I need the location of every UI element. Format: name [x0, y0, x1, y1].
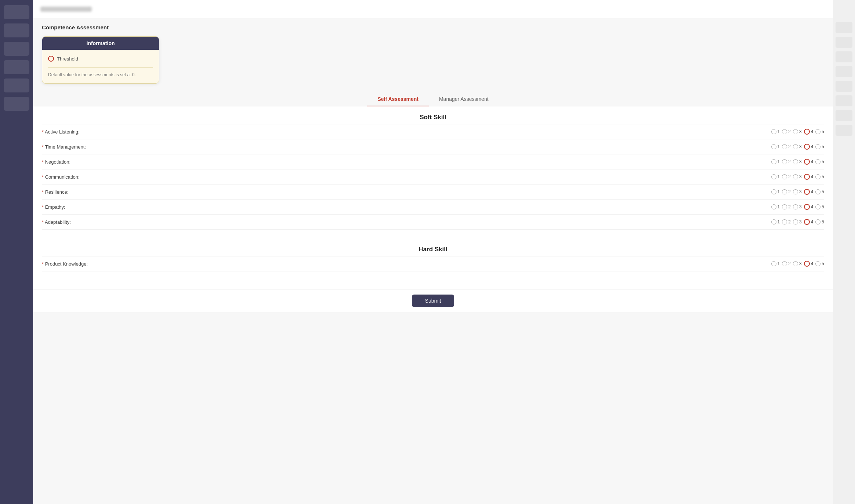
radio-4[interactable]: 4 [804, 159, 814, 165]
sidebar-item-4 [4, 60, 29, 74]
sidebar-item-3 [4, 42, 29, 56]
radio-group-time-management: 1 2 3 4 5 [771, 144, 824, 150]
radio-3[interactable]: 3 [793, 219, 802, 224]
radio-circle-5 [815, 219, 820, 224]
radio-circle-1 [771, 204, 776, 209]
hard-skill-title: Hard Skill [42, 238, 824, 256]
soft-skill-title: Soft Skill [42, 106, 824, 124]
radio-circle-1 [771, 159, 776, 164]
sidebar-right-item-6 [836, 95, 852, 106]
radio-3[interactable]: 3 [793, 174, 802, 179]
submit-button[interactable]: Submit [412, 295, 454, 307]
radio-4[interactable]: 4 [804, 174, 814, 180]
radio-2[interactable]: 2 [782, 144, 791, 149]
radio-circle-3 [793, 174, 798, 179]
skill-label-negotiation: Negotiation: [42, 159, 771, 165]
radio-circle-2 [782, 144, 787, 149]
radio-circle-5 [815, 144, 820, 149]
radio-4[interactable]: 4 [804, 144, 814, 150]
radio-1[interactable]: 1 [771, 204, 780, 209]
skill-label-communication: Communication: [42, 174, 771, 180]
radio-1[interactable]: 1 [771, 144, 780, 149]
sidebar-right-item-3 [836, 51, 852, 62]
radio-circle-4-selected [804, 261, 810, 267]
radio-3[interactable]: 3 [793, 204, 802, 209]
skill-row-adaptability: Adaptability: 1 2 3 4 5 [42, 215, 824, 230]
sidebar-right-item-2 [836, 37, 852, 48]
radio-5[interactable]: 5 [815, 261, 824, 266]
radio-circle-1 [771, 129, 776, 134]
radio-group-resilience: 1 2 3 4 5 [771, 189, 824, 195]
info-card-header: Information [42, 37, 159, 50]
radio-5[interactable]: 5 [815, 204, 824, 209]
left-sidebar [0, 0, 33, 504]
radio-3[interactable]: 3 [793, 129, 802, 134]
threshold-label: Threshold [57, 56, 78, 62]
radio-circle-2 [782, 174, 787, 179]
radio-1[interactable]: 1 [771, 129, 780, 134]
tabs-container: Self Assessment Manager Assessment [33, 92, 833, 106]
radio-3[interactable]: 3 [793, 189, 802, 194]
radio-5[interactable]: 5 [815, 174, 824, 179]
skill-row-empathy: Empathy: 1 2 3 4 5 [42, 200, 824, 215]
radio-5[interactable]: 5 [815, 144, 824, 149]
radio-1[interactable]: 1 [771, 189, 780, 194]
radio-1[interactable]: 1 [771, 261, 780, 266]
radio-5[interactable]: 5 [815, 219, 824, 224]
radio-5[interactable]: 5 [815, 129, 824, 134]
radio-4[interactable]: 4 [804, 261, 814, 267]
radio-group-product-knowledge: 1 2 3 4 5 [771, 261, 824, 267]
sidebar-item-5 [4, 78, 29, 92]
sidebar-right-item-7 [836, 110, 852, 121]
soft-skill-group: Soft Skill Active Listening: 1 2 3 4 5 T… [42, 106, 824, 230]
radio-3[interactable]: 3 [793, 144, 802, 149]
submit-bar: Submit [33, 289, 833, 312]
radio-circle-1 [771, 144, 776, 149]
radio-2[interactable]: 2 [782, 189, 791, 194]
radio-3[interactable]: 3 [793, 261, 802, 266]
sidebar-item-2 [4, 23, 29, 37]
skill-row-resilience: Resilience: 1 2 3 4 5 [42, 185, 824, 200]
radio-circle-3 [793, 129, 798, 134]
radio-circle-4-selected [804, 204, 810, 210]
radio-circle-3 [793, 204, 798, 209]
radio-2[interactable]: 2 [782, 129, 791, 134]
tab-manager-assessment[interactable]: Manager Assessment [429, 92, 499, 106]
hard-skill-group: Hard Skill Product Knowledge: 1 2 3 4 5 [42, 238, 824, 271]
radio-circle-1 [771, 189, 776, 194]
radio-3[interactable]: 3 [793, 159, 802, 164]
radio-group-empathy: 1 2 3 4 5 [771, 204, 824, 210]
radio-4[interactable]: 4 [804, 219, 814, 225]
radio-2[interactable]: 2 [782, 159, 791, 164]
radio-1[interactable]: 1 [771, 219, 780, 224]
sidebar-right-item-4 [836, 66, 852, 77]
radio-circle-1 [771, 174, 776, 179]
radio-5[interactable]: 5 [815, 159, 824, 164]
page-header: Competence Assessment Information Thresh… [33, 18, 833, 84]
radio-2[interactable]: 2 [782, 219, 791, 224]
info-card: Information Threshold Default value for … [42, 36, 159, 84]
radio-1[interactable]: 1 [771, 174, 780, 179]
radio-group-adaptability: 1 2 3 4 5 [771, 219, 824, 225]
radio-2[interactable]: 2 [782, 204, 791, 209]
radio-circle-2 [782, 189, 787, 194]
info-card-body: Threshold Default value for the assessme… [42, 50, 159, 83]
radio-5[interactable]: 5 [815, 189, 824, 194]
radio-circle-2 [782, 129, 787, 134]
radio-circle-2 [782, 219, 787, 224]
skill-label-empathy: Empathy: [42, 204, 771, 210]
radio-circle-3 [793, 144, 798, 149]
radio-1[interactable]: 1 [771, 159, 780, 164]
skill-row-negotiation: Negotiation: 1 2 3 4 5 [42, 154, 824, 169]
right-sidebar [833, 0, 855, 504]
radio-4[interactable]: 4 [804, 189, 814, 195]
radio-2[interactable]: 2 [782, 261, 791, 266]
radio-4[interactable]: 4 [804, 129, 814, 135]
radio-4[interactable]: 4 [804, 204, 814, 210]
tab-self-assessment[interactable]: Self Assessment [367, 92, 429, 106]
sidebar-item-1 [4, 5, 29, 19]
assessment-section: Soft Skill Active Listening: 1 2 3 4 5 T… [33, 106, 833, 289]
radio-circle-2 [782, 261, 787, 266]
skill-row-active-listening: Active Listening: 1 2 3 4 5 [42, 124, 824, 139]
radio-2[interactable]: 2 [782, 174, 791, 179]
